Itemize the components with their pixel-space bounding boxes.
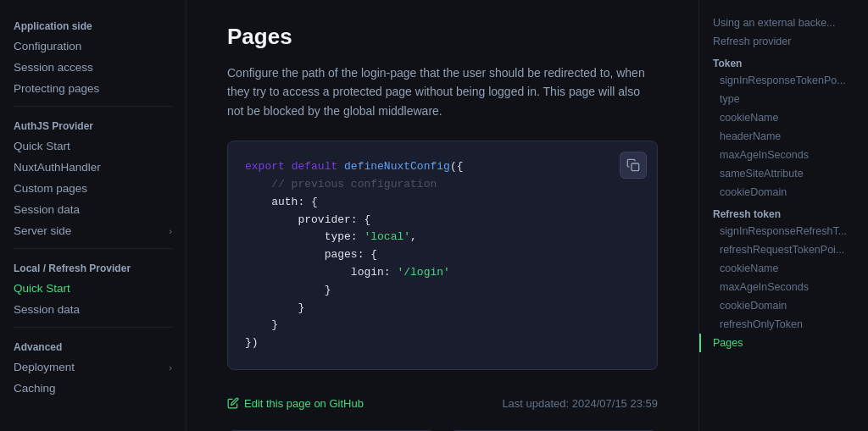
chevron-icon: › — [169, 226, 172, 236]
sidebar-item-1-1[interactable]: NuxtAuthHandler — [0, 157, 186, 178]
code-block: export default defineNuxtConfig({ // pre… — [227, 141, 658, 370]
toc-section-title-2: Token — [699, 51, 868, 71]
page-title: Pages — [227, 24, 658, 50]
sidebar-section-title-1: AuthJS Provider — [0, 113, 186, 135]
sidebar-item-3-0[interactable]: Deployment› — [0, 356, 186, 378]
main-content: Pages Configure the path of the login-pa… — [186, 0, 698, 431]
sidebar-section-title-3: Advanced — [0, 334, 186, 356]
toc-item-12[interactable]: refreshRequestTokenPoi... — [699, 240, 868, 259]
toc-item-7[interactable]: maxAgeInSeconds — [699, 146, 868, 164]
toc-item-11[interactable]: signInResponseRefreshT... — [699, 222, 868, 240]
copy-code-button[interactable] — [620, 152, 647, 179]
sidebar-item-2-1[interactable]: Session data — [0, 299, 186, 320]
toc-item-3[interactable]: signInResponseTokenPo... — [699, 71, 868, 90]
sidebar-divider-2 — [14, 248, 172, 249]
sidebar-item-1-3[interactable]: Session data — [0, 199, 186, 220]
toc-section-title-10: Refresh token — [699, 202, 868, 222]
toc-item-16[interactable]: refreshOnlyToken — [699, 315, 868, 334]
page-description: Configure the path of the login-page tha… — [227, 64, 651, 120]
sidebar-item-1-4[interactable]: Server side› — [0, 220, 186, 241]
sidebar-item-0-0[interactable]: Configuration — [0, 36, 186, 57]
left-sidebar: Application sideConfigurationSession acc… — [0, 0, 186, 431]
edit-row: Edit this page on GitHub Last updated: 2… — [227, 397, 658, 410]
sidebar-item-0-1[interactable]: Session access — [0, 57, 186, 78]
toc-item-8[interactable]: sameSiteAttribute — [699, 164, 868, 183]
sidebar-item-3-1[interactable]: Caching — [0, 378, 186, 399]
toc-item-17[interactable]: Pages — [699, 334, 868, 352]
chevron-icon: › — [169, 362, 172, 373]
last-updated: Last updated: 2024/07/15 23:59 — [502, 397, 658, 410]
code-content: export default defineNuxtConfig({ // pre… — [245, 158, 640, 352]
sidebar-item-1-0[interactable]: Quick Start — [0, 135, 186, 157]
sidebar-divider-3 — [14, 327, 172, 328]
sidebar-item-2-0[interactable]: Quick Start — [0, 278, 186, 299]
edit-icon — [227, 397, 239, 409]
toc-item-0[interactable]: Using an external backe... — [699, 14, 868, 32]
toc-item-5[interactable]: cookieName — [699, 108, 868, 127]
toc-item-1[interactable]: Refresh provider — [699, 32, 868, 51]
sidebar-item-1-2[interactable]: Custom pages — [0, 178, 186, 199]
toc-item-9[interactable]: cookieDomain — [699, 183, 868, 202]
toc-item-15[interactable]: cookieDomain — [699, 296, 868, 315]
toc-item-13[interactable]: cookieName — [699, 259, 868, 278]
toc-item-6[interactable]: headerName — [699, 127, 868, 146]
sidebar-section-title-2: Local / Refresh Provider — [0, 256, 186, 278]
sidebar-section-title-0: Application side — [0, 14, 186, 36]
toc-item-4[interactable]: type — [699, 90, 868, 108]
edit-github-link[interactable]: Edit this page on GitHub — [227, 397, 364, 410]
toc-item-14[interactable]: maxAgeInSeconds — [699, 278, 868, 296]
sidebar-divider-1 — [14, 106, 172, 107]
sidebar-item-0-2[interactable]: Protecting pages — [0, 78, 186, 99]
toc-sidebar: Using an external backe...Refresh provid… — [698, 0, 868, 431]
svg-rect-0 — [632, 163, 639, 171]
